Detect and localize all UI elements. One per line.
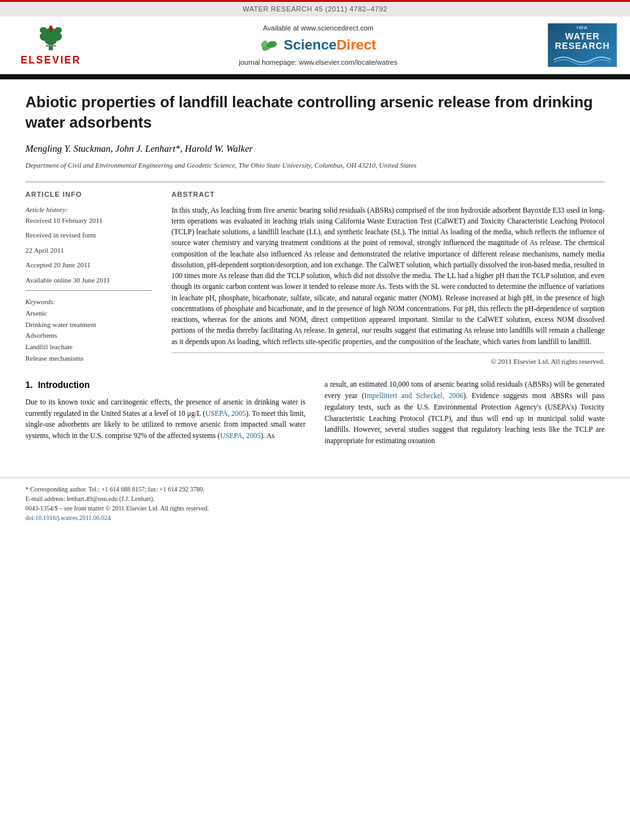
available-at-text: Available at www.sciencedirect.com	[89, 23, 547, 33]
abstract-body: In this study, As leaching from five ars…	[171, 205, 605, 347]
keyword-landfill: Landfill leachate	[25, 342, 152, 353]
sciencedirect-logo: ScienceDirect	[260, 36, 377, 55]
science-text: Science	[284, 37, 337, 53]
logo-row: ELSEVIER Available at www.sciencedirect.…	[0, 17, 630, 74]
doi-line: doi:10.1016/j.watres.2011.06.024	[25, 513, 605, 523]
corresponding-note: * Corresponding author. Tel.: +1 614 688…	[25, 484, 605, 494]
keyword-drinking-water: Drinking water treatment	[25, 319, 152, 331]
online-date: Available online 30 June 2011	[25, 276, 152, 285]
elsevier-logo: ELSEVIER	[13, 23, 89, 67]
affiliation-text: Department of Civil and Environmental En…	[25, 161, 605, 170]
history-label: Article history:	[25, 205, 152, 215]
revised-date: 22 April 2011	[25, 246, 152, 255]
keyword-release: Release mechanisms	[25, 353, 152, 364]
article-title: Abiotic properties of landfill leachate …	[25, 92, 605, 131]
journal-citation: WATER RESEARCH 45 (2011) 4782–4792	[243, 5, 387, 13]
intro-right-column: a result, an estimated 10,000 tons of ar…	[325, 379, 605, 452]
accepted-date: Accepted 20 June 2011	[25, 260, 152, 270]
usepa-link-1[interactable]: USEPA, 2005	[205, 410, 246, 417]
elsevier-wordmark: ELSEVIER	[20, 53, 81, 67]
info-abstract-row: ARTICLE INFO Article history: Received 1…	[25, 190, 605, 366]
journal-homepage-text: journal homepage: www.elsevier.com/locat…	[89, 58, 547, 67]
wr-wave-icon	[554, 53, 611, 66]
black-divider-bar	[0, 74, 630, 79]
revised-label: Received in revised form	[25, 230, 152, 240]
copyright-line: © 2011 Elsevier Ltd. All rights reserved…	[171, 352, 605, 366]
issn-line: 0043-1354/$ – see front matter © 2011 El…	[25, 503, 605, 513]
doi-link[interactable]: doi:10.1016/j.watres.2011.06.024	[25, 514, 111, 521]
journal-header-bar: WATER RESEARCH 45 (2011) 4782–4792	[0, 0, 630, 17]
impellitteri-link[interactable]: Impellitteri and Scheckel, 2006	[365, 392, 464, 399]
wr-title-text: WATERRESEARCH	[555, 32, 610, 51]
intro-section-title: Introduction	[38, 379, 90, 392]
keyword-arsenic: Arsenic	[25, 308, 152, 319]
intro-section-num: 1.	[25, 379, 33, 392]
article-info-title: ARTICLE INFO	[25, 190, 152, 199]
intro-left-text: Due to its known toxic and carcinogenic …	[25, 397, 305, 442]
abstract-section: ABSTRACT In this study, As leaching from…	[171, 190, 605, 366]
svg-point-6	[55, 27, 62, 34]
keywords-divider	[25, 290, 152, 291]
svg-point-5	[40, 27, 48, 34]
usepa-link-2[interactable]: USEPA, 2005	[220, 432, 260, 439]
iwa-text: IWA	[577, 24, 588, 31]
intro-left-column: 1. Introduction Due to its known toxic a…	[25, 379, 305, 452]
introduction-row: 1. Introduction Due to its known toxic a…	[25, 379, 605, 452]
direct-text: Direct	[337, 37, 376, 53]
sd-leaves-icon	[260, 39, 278, 52]
keyword-adsorbents: Adsorbents	[25, 330, 152, 342]
intro-heading: 1. Introduction	[25, 379, 305, 392]
water-research-logo: IWA WATERRESEARCH	[547, 23, 617, 67]
keywords-section: Keywords: Arsenic Drinking water treatme…	[25, 297, 152, 364]
article-info-column: ARTICLE INFO Article history: Received 1…	[25, 190, 152, 366]
svg-rect-9	[46, 45, 57, 46]
elsevier-tree-icon	[25, 23, 76, 52]
keywords-label: Keywords:	[25, 297, 152, 307]
email-note: E-mail address: lenhart.49@osu.edu (J.J.…	[25, 494, 605, 503]
authors-line: Mengling Y. Stuckman, John J. Lenhart*, …	[25, 142, 605, 156]
sciencedirect-center: Available at www.sciencedirect.com Scien…	[89, 23, 547, 68]
intro-right-text: a result, an estimated 10,000 tons of ar…	[325, 379, 605, 447]
main-content: Abiotic properties of landfill leachate …	[0, 79, 630, 465]
received-date: Received 10 February 2011	[25, 216, 152, 225]
page-footer: * Corresponding author. Tel.: +1 614 688…	[0, 477, 630, 529]
svg-rect-8	[50, 29, 51, 32]
svg-point-7	[50, 26, 53, 29]
top-divider	[25, 182, 605, 182]
abstract-title: ABSTRACT	[171, 190, 605, 199]
